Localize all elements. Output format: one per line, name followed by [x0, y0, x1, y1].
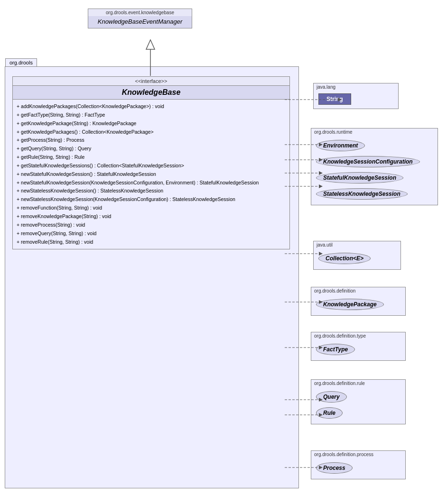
query-class: Query: [316, 391, 347, 403]
method-9: + newStatefulKnowledgeSession() : Statef…: [17, 170, 286, 179]
method-17: + removeRule(String, String) : void: [17, 238, 286, 247]
method-8: + getStatefulKnowledgeSessions() : Colle…: [17, 162, 286, 170]
method-6: + getQuery(String, String) : Query: [17, 145, 286, 153]
drools-def-type-box: org.drools.definition.type FactType: [311, 332, 406, 361]
drools-def-content: KnowledgePackage: [311, 294, 405, 315]
drools-def-proc-box: org.drools.definition.process Process: [311, 450, 406, 479]
method-2: + getFactType(String, String) : FactType: [17, 111, 286, 119]
drools-def-rule-content: Query Rule: [311, 387, 405, 424]
drools-def-type-content: FactType: [311, 339, 405, 360]
drools-def-box: org.drools.definition KnowledgePackage: [311, 287, 406, 316]
stateless-ks-class: StatelessKnowledgeSession: [316, 188, 408, 200]
method-14: + removeKnowledgePackage(String) : void: [17, 212, 286, 221]
string-class: String: [318, 93, 351, 105]
method-3: + getKnowledgePackage(String) : Knowledg…: [17, 119, 286, 128]
drools-pkg-tab: org.drools: [5, 58, 37, 66]
event-manager-class: KnowledgeBaseEventManager: [88, 16, 192, 28]
method-10: + newStatefulKnowledgeSession(KnowledgeS…: [17, 179, 286, 187]
facttype-class: FactType: [316, 344, 355, 355]
drools-def-type-label: org.drools.definition.type: [311, 332, 405, 339]
method-13: + removeFunction(String, String) : void: [17, 204, 286, 212]
java-util-label: java.util: [314, 241, 400, 248]
method-16: + removeQuery(String, String) : void: [17, 229, 286, 238]
kb-interface-box: <<interface>> KnowledgeBase + addKnowled…: [12, 76, 290, 249]
kb-class-name: KnowledgeBase: [13, 86, 289, 100]
collection-class: Collection<E>: [318, 253, 371, 264]
java-lang-label: java.lang: [314, 83, 398, 91]
drools-def-rule-label: org.drools.definition.rule: [311, 380, 405, 387]
drools-runtime-box: org.drools.runtime Environment Knowledge…: [311, 128, 438, 205]
drools-runtime-label: org.drools.runtime: [311, 128, 438, 136]
method-4: + getKnowledgePackages() : Collection<Kn…: [17, 128, 286, 137]
stateful-ks-class: StatefulKnowledgeSession: [316, 172, 403, 183]
method-5: + getProcess(String) : Process: [17, 136, 286, 145]
method-7: + getRule(String, String) : Rule: [17, 153, 286, 162]
svg-marker-2: [146, 40, 155, 49]
method-11: + newStatelessKnowledgeSession() : State…: [17, 187, 286, 195]
method-15: + removeProcess(String) : void: [17, 221, 286, 229]
process-class: Process: [316, 462, 353, 474]
ksconfig-class: KnowledgeSessionConfiguration: [316, 156, 420, 167]
drools-def-rule-box: org.drools.definition.rule Query Rule: [311, 379, 406, 424]
java-util-box: java.util Collection<E>: [313, 241, 401, 270]
kb-methods: + addKnowledgePackages(Collection<Knowle…: [13, 100, 289, 249]
rule-class: Rule: [316, 407, 343, 419]
java-util-content: Collection<E>: [314, 248, 400, 269]
drools-runtime-content: Environment KnowledgeSessionConfiguratio…: [311, 136, 438, 205]
java-lang-content: String: [314, 91, 398, 109]
drools-def-proc-content: Process: [311, 458, 405, 479]
drools-def-proc-label: org.drools.definition.process: [311, 451, 405, 458]
kb-event-manager-box: org.drools.event.knowledgebase Knowledge…: [88, 9, 192, 28]
method-1: + addKnowledgePackages(Collection<Knowle…: [17, 102, 286, 111]
kp-class: KnowledgePackage: [316, 299, 384, 310]
diagram-container: org.drools.event.knowledgebase Knowledge…: [0, 0, 447, 504]
stereotype-label: <<interface>>: [13, 77, 289, 86]
drools-package: org.drools <<interface>> KnowledgeBase +…: [5, 66, 299, 488]
java-lang-box: java.lang String: [313, 83, 399, 109]
event-pkg-label: org.drools.event.knowledgebase: [88, 9, 192, 16]
drools-def-label: org.drools.definition: [311, 287, 405, 294]
environment-class: Environment: [316, 140, 365, 151]
method-12: + newStatelessKnowledgeSession(Knowledge…: [17, 195, 286, 204]
